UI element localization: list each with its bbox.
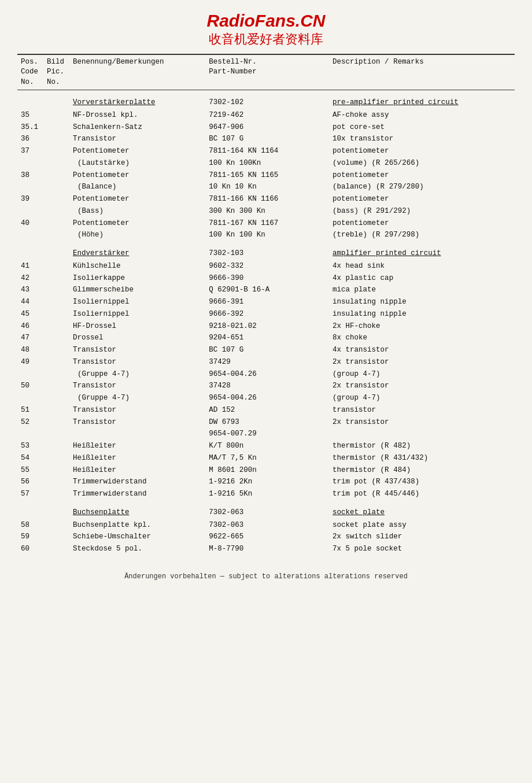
- item-desc: 8x choke: [329, 332, 515, 344]
- item-desc: trim pot (R 445/446): [329, 488, 515, 500]
- item-bild: [43, 464, 69, 477]
- item-desc: 2x transistor: [329, 380, 515, 392]
- item-desc: 4x plastic cap: [329, 272, 515, 285]
- item-pos: 60: [17, 543, 43, 555]
- item-pos: 50: [17, 380, 43, 392]
- item-bestell: 9654-004.26: [205, 368, 329, 381]
- col-desc-header: Description / Remarks: [329, 54, 515, 90]
- item-desc: (bass) (R 291/292): [329, 205, 515, 217]
- item-desc: 2x switch slider: [329, 531, 515, 543]
- item-bestell: MA/T 7,5 Kn: [205, 452, 329, 464]
- item-bestell: DW 6793: [205, 416, 329, 429]
- section-bestell: 7302-063: [205, 500, 329, 519]
- item-bild: [43, 488, 69, 500]
- item-bestell: 9622-665: [205, 531, 329, 543]
- section-benennung: Buchsenplatte: [69, 500, 205, 519]
- item-bestell: BC 107 G: [205, 133, 329, 145]
- item-benennung: Heißleiter: [69, 452, 205, 464]
- table-row: (Balance)10 Kn 10 Kn(balance) (R 279/280…: [17, 181, 515, 193]
- item-desc: 7x 5 pole socket: [329, 543, 515, 555]
- item-bestell: 7811-164 KN 1164: [205, 145, 329, 157]
- item-pos: [17, 229, 43, 241]
- item-pos: [17, 205, 43, 217]
- item-bestell: 9602-332: [205, 260, 329, 272]
- item-bild: [43, 476, 69, 488]
- table-header-row: Pos.CodeNo. BildPic.No. Benennung/Bemerk…: [17, 54, 515, 90]
- item-desc: (group 4-7): [329, 368, 515, 381]
- table-row: 49Transistor374292x transistor: [17, 356, 515, 368]
- item-pos: 35: [17, 109, 43, 121]
- item-desc: (treble) (R 297/298): [329, 229, 515, 241]
- item-benennung: Heißleiter: [69, 464, 205, 477]
- item-desc: trim pot (R 437/438): [329, 476, 515, 488]
- item-bestell: M-8-7790: [205, 543, 329, 555]
- item-bestell: 300 Kn 300 Kn: [205, 205, 329, 217]
- table-row: 43GlimmerscheibeQ 62901-B 16-Amica plate: [17, 284, 515, 296]
- item-bestell: BC 107 G: [205, 344, 329, 356]
- item-desc: pot core-set: [329, 121, 515, 134]
- item-desc: mica plate: [329, 284, 515, 296]
- col-bestell-header: Bestell-Nr.Part-Number: [205, 54, 329, 90]
- header: RadioFans.CN 收音机爱好者资料库: [17, 10, 515, 48]
- item-benennung: Isoliernippel: [69, 296, 205, 308]
- item-pos: 35.1: [17, 121, 43, 134]
- item-bild: [43, 416, 69, 429]
- item-benennung: Isolierkappe: [69, 272, 205, 285]
- table-row: 52TransistorDW 67932x transistor: [17, 416, 515, 429]
- item-bestell: 9666-390: [205, 272, 329, 285]
- item-bestell: 9654-004.26: [205, 392, 329, 404]
- item-pos: 40: [17, 217, 43, 230]
- header-subtitle: 收音机爱好者资料库: [17, 31, 515, 48]
- item-bild: [43, 272, 69, 285]
- item-bestell: 1-9216 5Kn: [205, 488, 329, 500]
- section-pos: [17, 90, 43, 109]
- item-benennung: Transistor: [69, 133, 205, 145]
- item-desc: thermistor (R 431/432): [329, 452, 515, 464]
- item-pos: 59: [17, 531, 43, 543]
- item-benennung: NF-Drossel kpl.: [69, 109, 205, 121]
- item-benennung: Trimmerwiderstand: [69, 476, 205, 488]
- item-bestell: 37428: [205, 380, 329, 392]
- col-benennung-header: Benennung/Bemerkungen: [69, 54, 205, 90]
- item-benennung: (Gruppe 4-7): [69, 368, 205, 381]
- item-desc: (group 4-7): [329, 392, 515, 404]
- item-desc: insulating nipple: [329, 308, 515, 320]
- parts-table: Pos.CodeNo. BildPic.No. Benennung/Bemerk…: [17, 54, 515, 555]
- table-container: Pos.CodeNo. BildPic.No. Benennung/Bemerk…: [17, 54, 515, 555]
- item-bild: [43, 519, 69, 531]
- item-pos: 51: [17, 404, 43, 416]
- item-bild: [43, 296, 69, 308]
- table-row: 45Isoliernippel9666-392insulating nipple: [17, 308, 515, 320]
- item-desc: insulating nipple: [329, 296, 515, 308]
- table-row: 36TransistorBC 107 G10x transistor: [17, 133, 515, 145]
- table-row: 40Potentiometer7811-167 KN 1167potentiom…: [17, 217, 515, 230]
- item-pos: 46: [17, 320, 43, 333]
- item-bild: [43, 169, 69, 182]
- item-bestell: 9666-391: [205, 296, 329, 308]
- table-row: 44Isoliernippel9666-391insulating nipple: [17, 296, 515, 308]
- item-bild: [43, 181, 69, 193]
- item-desc: transistor: [329, 404, 515, 416]
- item-bild: [43, 332, 69, 344]
- table-row: 56Trimmerwiderstand1-9216 2Kntrim pot (R…: [17, 476, 515, 488]
- item-bestell: 7302-063: [205, 519, 329, 531]
- table-row: 48TransistorBC 107 G4x transistor: [17, 344, 515, 356]
- item-benennung: Schalenkern-Satz: [69, 121, 205, 134]
- item-benennung: (Balance): [69, 181, 205, 193]
- table-row: 57Trimmerwiderstand1-9216 5Kntrim pot (R…: [17, 488, 515, 500]
- item-desc: 2x transistor: [329, 416, 515, 429]
- table-row: 50Transistor374282x transistor: [17, 380, 515, 392]
- table-row: (Höhe)100 Kn 100 Kn(treble) (R 297/298): [17, 229, 515, 241]
- item-desc: potentiometer: [329, 193, 515, 205]
- item-benennung: Potentiometer: [69, 193, 205, 205]
- item-pos: 41: [17, 260, 43, 272]
- section-header-row: Vorverstärkerplatte7302-102pre-amplifier…: [17, 90, 515, 109]
- item-benennung: Glimmerscheibe: [69, 284, 205, 296]
- item-benennung: Potentiometer: [69, 169, 205, 182]
- item-benennung: Trimmerwiderstand: [69, 488, 205, 500]
- item-benennung: HF-Drossel: [69, 320, 205, 333]
- item-desc: 2x HF-choke: [329, 320, 515, 333]
- item-benennung: Potentiometer: [69, 145, 205, 157]
- table-row: 47Drossel9204-6518x choke: [17, 332, 515, 344]
- item-pos: 54: [17, 452, 43, 464]
